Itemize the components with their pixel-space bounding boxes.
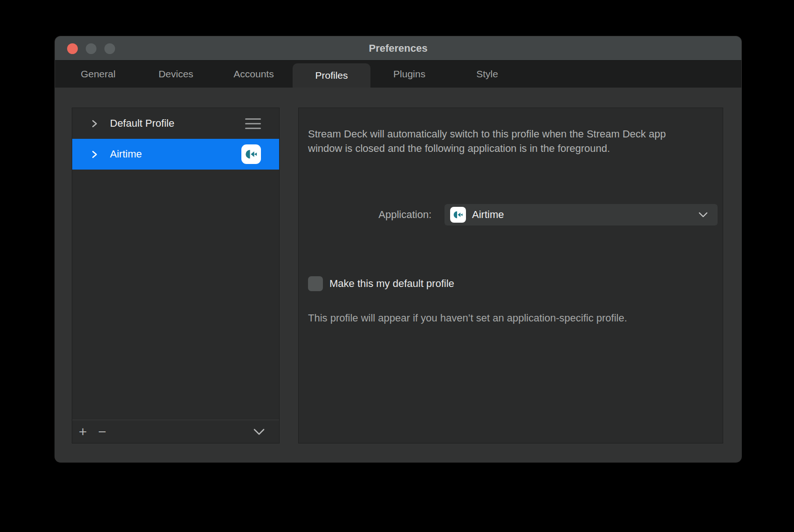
tab-style[interactable]: Style [448, 61, 526, 88]
airtime-app-icon [241, 144, 261, 164]
profiles-pane: Default Profile Airtime [55, 88, 741, 462]
default-profile-note: This profile will appear if you haven’t … [308, 312, 704, 324]
tab-devices[interactable]: Devices [137, 61, 215, 88]
auto-switch-description: Stream Deck will automatically switch to… [308, 127, 669, 156]
tab-bar: General Devices Accounts Profiles Plugin… [55, 61, 741, 88]
preferences-window: Preferences General Devices Accounts Pro… [55, 36, 741, 462]
application-dropdown-value: Airtime [472, 209, 504, 221]
tab-accounts[interactable]: Accounts [215, 61, 293, 88]
profile-list-footer: + − [72, 420, 279, 443]
application-label: Application: [299, 204, 431, 225]
default-profile-checkbox[interactable] [308, 276, 323, 291]
profile-detail-panel: Stream Deck will automatically switch to… [298, 108, 723, 443]
remove-profile-button[interactable]: − [98, 425, 107, 439]
dropdown-chevron-icon [698, 211, 708, 218]
profile-label: Airtime [110, 148, 142, 160]
airtime-app-icon [450, 207, 466, 223]
profile-row-default[interactable]: Default Profile [72, 108, 279, 139]
tab-general[interactable]: General [59, 61, 137, 88]
add-profile-button[interactable]: + [79, 425, 87, 439]
tab-profiles[interactable]: Profiles [293, 63, 370, 88]
chevron-down-icon[interactable] [253, 428, 265, 436]
profile-row-airtime[interactable]: Airtime [72, 139, 279, 170]
profile-list: Default Profile Airtime [72, 108, 280, 443]
reorder-handle-icon[interactable] [245, 118, 261, 129]
application-dropdown[interactable]: Airtime [445, 204, 718, 225]
title-bar: Preferences [55, 36, 741, 61]
default-profile-checkbox-label: Make this my default profile [329, 278, 454, 290]
default-profile-option: Make this my default profile [308, 276, 454, 291]
disclosure-chevron-icon[interactable] [90, 119, 99, 128]
window-title: Preferences [55, 36, 741, 61]
profile-label: Default Profile [110, 117, 174, 130]
tab-plugins[interactable]: Plugins [370, 61, 448, 88]
disclosure-chevron-icon[interactable] [90, 150, 99, 159]
